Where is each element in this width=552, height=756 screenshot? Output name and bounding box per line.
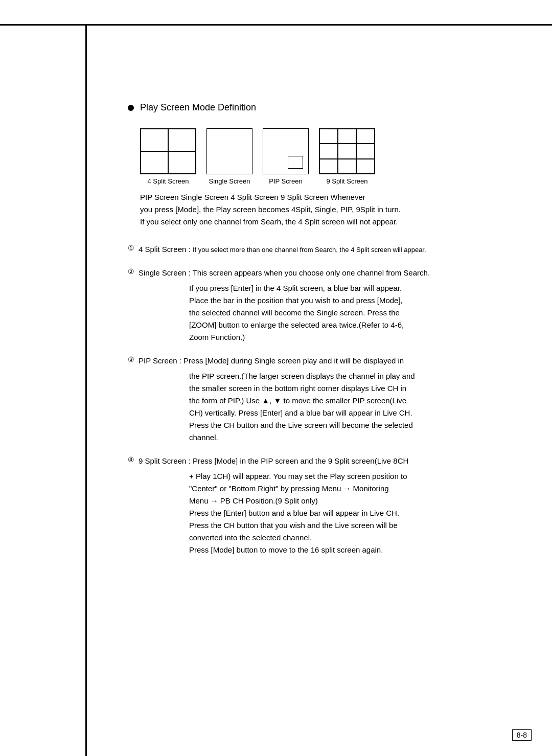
item-4-detail-1: + Play 1CH) will appear. You may set the… [189, 470, 511, 483]
item-4-title: 9 Split Screen : [139, 456, 193, 465]
cell-7 [319, 159, 338, 174]
numbered-row-1: ① 4 Split Screen : If you select more th… [128, 243, 511, 256]
item-2-details: If you press [Enter] in the 4 Split scre… [189, 282, 511, 343]
cell-8 [338, 159, 356, 174]
cell-1 [141, 129, 168, 151]
item-3-title: PIP Screen : [139, 356, 183, 365]
section-title: Play Screen Mode Definition [140, 102, 256, 113]
cell-9 [356, 159, 375, 174]
item-4-detail-6: converted into the selected channel. [189, 532, 511, 544]
item-3-detail-2: the smaller screen in the bottom right c… [189, 382, 511, 395]
bullet-dot [128, 105, 134, 111]
diagram-9split [319, 128, 375, 174]
description-block: PIP Screen Single Screen 4 Split Screen … [140, 191, 511, 228]
item-3-main: Press [Mode] during Single screen play a… [183, 356, 404, 365]
cell-2 [338, 129, 356, 144]
diagram-single [206, 128, 252, 174]
item-4-detail-3: Menu → PB CH Position.(9 Split only) [189, 495, 511, 507]
description-line-2: you press [Mode], the Play screen become… [140, 203, 511, 216]
diagram-4split-label: 4 Split Screen [148, 177, 189, 185]
item-4-detail-2: "Center" or "Bottom Right" by pressing M… [189, 483, 511, 495]
item-4-detail-4: Press the [Enter] button and a blue bar … [189, 507, 511, 519]
item-2-content: Single Screen : This screen appears when… [139, 267, 430, 279]
item-2-detail-5: Zoom Function.) [189, 331, 511, 343]
page-number: 8-8 [512, 729, 532, 741]
diagram-single-label: Single Screen [209, 177, 250, 185]
description-line-3: If you select only one channel from Sear… [140, 216, 511, 228]
item-3-details: the PIP screen.(The larger screen displa… [189, 370, 511, 444]
diagram-4split-item: 4 Split Screen [140, 128, 196, 185]
cell-6 [356, 144, 375, 158]
item-2-detail-2: Place the bar in the position that you w… [189, 294, 511, 307]
pip-small-box [288, 156, 303, 169]
item-2-main: This screen appears when you choose only… [193, 268, 430, 277]
diagram-single-item: Single Screen [206, 128, 252, 185]
item-3-detail-1: the PIP screen.(The larger screen displa… [189, 370, 511, 382]
numbered-section-2: ② Single Screen : This screen appears wh… [128, 267, 511, 343]
diagram-4split [140, 128, 196, 174]
cell-3 [356, 129, 375, 144]
cell-4 [319, 144, 338, 158]
cell-3 [141, 151, 168, 174]
diagram-9split-label: 9 Split Screen [327, 177, 368, 185]
diagram-pip [263, 128, 309, 174]
numbered-row-2: ② Single Screen : This screen appears wh… [128, 267, 511, 279]
cell-5 [338, 144, 356, 158]
description-line-1: PIP Screen Single Screen 4 Split Screen … [140, 191, 511, 203]
item-4-content: 9 Split Screen : Press [Mode] in the PIP… [139, 455, 408, 467]
item-4-detail-7: Press [Mode] button to move to the 16 sp… [189, 544, 511, 556]
item-1-note: If you select more than one channel from… [193, 246, 426, 254]
numbered-row-4: ④ 9 Split Screen : Press [Mode] in the P… [128, 455, 511, 467]
main-content: Play Screen Mode Definition 4 Split Scre… [87, 0, 552, 756]
left-bar [0, 0, 87, 756]
item-2-detail-3: the selected channel will become the Sin… [189, 307, 511, 319]
item-4-detail-5: Press the CH button that you wish and th… [189, 519, 511, 532]
numbered-row-3: ③ PIP Screen : Press [Mode] during Singl… [128, 355, 511, 367]
number-4: ④ [128, 455, 134, 464]
numbered-section-3: ③ PIP Screen : Press [Mode] during Singl… [128, 355, 511, 444]
item-4-main: Press [Mode] in the PIP screen and the 9… [193, 456, 408, 465]
screen-diagrams: 4 Split Screen Single Screen PIP Screen [140, 128, 511, 185]
diagram-pip-label: PIP Screen [269, 177, 303, 185]
item-2-title: Single Screen : [139, 268, 193, 277]
number-3: ③ [128, 355, 134, 363]
item-2-detail-1: If you press [Enter] in the 4 Split scre… [189, 282, 511, 294]
item-1-title: 4 Split Screen : [139, 245, 193, 254]
item-3-content: PIP Screen : Press [Mode] during Single … [139, 355, 404, 367]
numbered-section-1: ① 4 Split Screen : If you select more th… [128, 243, 511, 256]
cell-1 [319, 129, 338, 144]
section-header: Play Screen Mode Definition [128, 102, 511, 113]
number-2: ② [128, 267, 134, 276]
diagram-9split-item: 9 Split Screen [319, 128, 375, 185]
item-4-details: + Play 1CH) will appear. You may set the… [189, 470, 511, 556]
numbered-section-4: ④ 9 Split Screen : Press [Mode] in the P… [128, 455, 511, 556]
cell-4 [168, 151, 196, 174]
diagram-pip-item: PIP Screen [263, 128, 309, 185]
item-3-detail-6: channel. [189, 431, 511, 444]
cell-2 [168, 129, 196, 151]
item-1-content: 4 Split Screen : If you select more than… [139, 243, 426, 256]
item-3-detail-5: Press the CH button and the Live screen … [189, 419, 511, 431]
item-2-detail-4: [ZOOM] button to enlarge the selected ar… [189, 319, 511, 331]
item-3-detail-3: the form of PIP.) Use ▲, ▼ to move the s… [189, 395, 511, 407]
page-container: Play Screen Mode Definition 4 Split Scre… [0, 0, 552, 756]
item-3-detail-4: CH) vertically. Press [Enter] and a blue… [189, 407, 511, 419]
number-1: ① [128, 244, 134, 252]
